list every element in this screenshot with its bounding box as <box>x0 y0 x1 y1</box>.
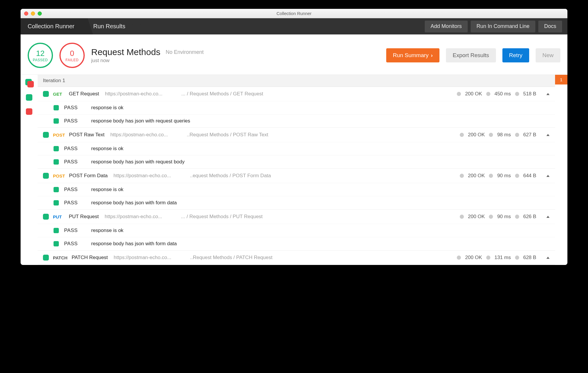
status-dot-icon <box>457 92 461 96</box>
run-summary-button[interactable]: Run Summary › <box>386 48 439 62</box>
request-status-icon <box>43 173 49 179</box>
title-block: Request Methods No Environment just now <box>91 47 204 64</box>
request-size: 628 B <box>523 255 536 261</box>
status-dot-icon <box>460 133 464 137</box>
request-row: POSTPOST Form Datahttps://postman-echo.c… <box>38 169 555 210</box>
content: Iteration 1 GETGET Requesthttps://postma… <box>21 75 567 265</box>
size-dot-icon <box>515 174 519 178</box>
request-path: ..Request Methods / POST Raw Text <box>187 132 268 138</box>
filter-all-icon[interactable] <box>25 79 33 87</box>
titlebar: Collection Runner <box>21 9 567 18</box>
test-status-icon <box>54 187 59 192</box>
request-path: ..Request Methods / PATCH Request <box>190 255 272 261</box>
test-row: PASSresponse is ok <box>38 224 555 237</box>
test-name: response is ok <box>91 105 124 111</box>
window-title: Collection Runner <box>21 11 567 16</box>
request-header[interactable]: POSTPOST Raw Texthttps://postman-echo.co… <box>38 128 555 142</box>
request-time: 131 ms <box>494 255 511 261</box>
size-dot-icon <box>515 133 519 137</box>
request-time: 90 ms <box>497 214 511 220</box>
request-size: 626 B <box>523 214 536 220</box>
request-status: 200 OK <box>468 173 485 179</box>
request-url: https://postman-echo.co... <box>110 132 168 138</box>
filter-sidebar <box>21 75 38 265</box>
request-url: https://postman-echo.co... <box>114 173 171 179</box>
request-url: https://postman-echo.co... <box>105 214 162 220</box>
chevron-up-icon[interactable]: ▲ <box>545 215 551 219</box>
test-status-icon <box>54 200 59 205</box>
iteration-sidebar: 1 <box>555 75 567 265</box>
export-results-button[interactable]: Export Results <box>446 48 496 62</box>
test-status-icon <box>54 241 59 246</box>
summary-bar: 12 PASSED 0 FAILED Request Methods No En… <box>21 34 567 75</box>
test-row: PASSresponse body has json with request … <box>38 155 555 168</box>
request-status: 200 OK <box>465 91 482 97</box>
request-metrics: 200 OK131 ms628 B <box>457 255 536 261</box>
request-row: PUTPUT Requesthttps://postman-echo.co...… <box>38 210 555 251</box>
time-dot-icon <box>486 92 490 96</box>
chevron-right-icon: › <box>431 52 433 59</box>
page-title: Request Methods <box>91 47 160 57</box>
chevron-up-icon[interactable]: ▲ <box>545 133 551 137</box>
size-dot-icon <box>515 215 519 219</box>
new-button[interactable]: New <box>536 48 560 62</box>
request-status: 200 OK <box>465 255 482 261</box>
results-list: GETGET Requesthttps://postman-echo.co...… <box>38 87 555 265</box>
breadcrumb-collection-runner[interactable]: Collection Runner <box>21 18 86 34</box>
iteration-badge[interactable]: 1 <box>555 75 567 84</box>
request-path: ... / Request Methods / GET Request <box>181 91 263 97</box>
request-row: PATCHPATCH Requesthttps://postman-echo.c… <box>38 251 555 265</box>
request-status: 200 OK <box>468 214 485 220</box>
request-row: POSTPOST Raw Texthttps://postman-echo.co… <box>38 128 555 169</box>
request-method: POST <box>53 132 65 137</box>
request-header[interactable]: GETGET Requesthttps://postman-echo.co...… <box>38 87 555 101</box>
test-status: PASS <box>64 105 79 111</box>
failed-circle: 0 FAILED <box>59 43 85 68</box>
chevron-up-icon[interactable]: ▲ <box>545 92 551 96</box>
request-status-icon <box>43 255 49 261</box>
request-metrics: 200 OK90 ms644 B <box>460 173 536 179</box>
test-name: response body has json with request body <box>91 159 185 165</box>
request-status-icon <box>43 214 49 220</box>
test-name: response is ok <box>91 228 124 233</box>
add-monitors-button[interactable]: Add Monitors <box>425 21 468 32</box>
failed-label: FAILED <box>66 58 79 62</box>
test-status-icon <box>54 159 59 165</box>
app-window: Collection Runner Collection Runner Run … <box>21 9 567 265</box>
test-row: PASSresponse is ok <box>38 183 555 196</box>
request-metrics: 200 OK98 ms627 B <box>460 132 536 138</box>
chevron-up-icon[interactable]: ▲ <box>545 174 551 178</box>
test-status-icon <box>54 228 59 233</box>
retry-button[interactable]: Retry <box>502 48 529 62</box>
run-cli-button[interactable]: Run In Command Line <box>471 21 535 32</box>
breadcrumb-run-results[interactable]: Run Results <box>86 18 137 34</box>
time-dot-icon <box>486 256 490 260</box>
request-status: 200 OK <box>468 132 485 138</box>
test-status: PASS <box>64 228 79 233</box>
request-size: 627 B <box>523 132 536 138</box>
time-dot-icon <box>489 174 493 178</box>
request-name: GET Request <box>69 91 99 97</box>
request-header[interactable]: PATCHPATCH Requesthttps://postman-echo.c… <box>38 251 555 265</box>
filter-passed-icon[interactable] <box>26 94 32 101</box>
status-dot-icon <box>460 215 464 219</box>
request-header[interactable]: POSTPOST Form Datahttps://postman-echo.c… <box>38 169 555 183</box>
size-dot-icon <box>515 256 519 260</box>
docs-button[interactable]: Docs <box>538 21 562 32</box>
request-url: https://postman-echo.co... <box>105 91 163 97</box>
test-row: PASSresponse is ok <box>38 142 555 155</box>
test-status-icon <box>54 105 59 110</box>
chevron-up-icon[interactable]: ▲ <box>545 256 551 260</box>
time-dot-icon <box>489 215 493 219</box>
status-dot-icon <box>457 256 461 260</box>
request-name: PUT Request <box>69 214 99 220</box>
timestamp: just now <box>91 58 204 64</box>
request-method: PUT <box>53 214 65 219</box>
test-name: response body has json with form data <box>91 200 177 206</box>
passed-count: 12 <box>36 49 45 58</box>
test-status: PASS <box>64 159 79 165</box>
request-path: ... / Request Methods / PUT Request <box>181 214 263 220</box>
request-header[interactable]: PUTPUT Requesthttps://postman-echo.co...… <box>38 210 555 224</box>
filter-failed-icon[interactable] <box>26 108 32 115</box>
test-name: response body has json with request quer… <box>91 118 190 124</box>
